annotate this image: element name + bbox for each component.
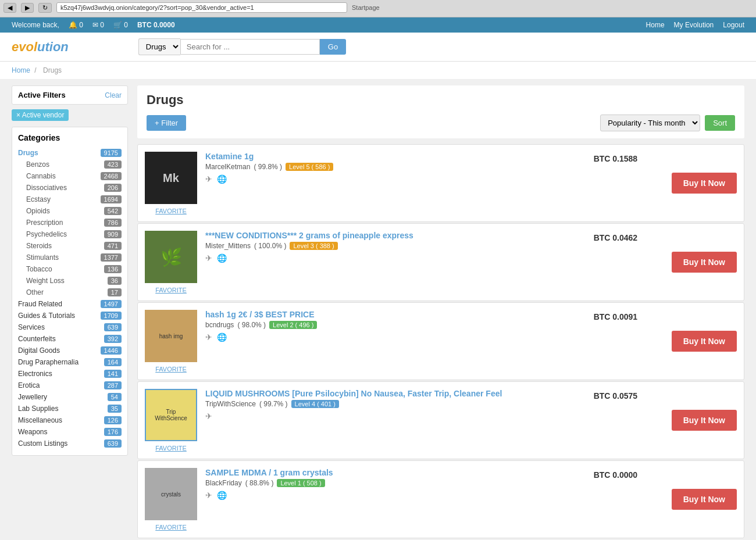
logo-part2: ution	[37, 40, 69, 54]
product-title[interactable]: ***NEW CONDITIONS*** 2 grams of pineappl…	[205, 231, 413, 240]
category-name: Prescription	[26, 219, 63, 227]
category-item[interactable]: Jewellery54	[18, 391, 122, 403]
clear-filters-button[interactable]: Clear	[105, 91, 122, 99]
product-title[interactable]: Ketamine 1g	[205, 152, 254, 161]
globe-icon: 🌐	[217, 332, 227, 342]
category-name: Jewellery	[18, 393, 47, 401]
product-info: ***NEW CONDITIONS*** 2 grams of pineappl…	[205, 231, 586, 263]
category-item[interactable]: Fraud Related1497	[18, 298, 122, 310]
category-item[interactable]: Tobacco136	[18, 263, 122, 275]
my-evolution-link[interactable]: My Evolution	[674, 21, 714, 29]
category-item[interactable]: Prescription786	[18, 217, 122, 228]
category-item[interactable]: Miscellaneous126	[18, 414, 122, 426]
search-button[interactable]: Go	[320, 39, 346, 55]
category-item[interactable]: Cannabis2468	[18, 170, 122, 182]
category-item[interactable]: Guides & Tutorials1709	[18, 310, 122, 321]
table-row: crystals FAVORITE SAMPLE MDMA / 1 gram c…	[137, 460, 744, 538]
product-title[interactable]: SAMPLE MDMA / 1 gram crystals	[205, 468, 333, 477]
category-item[interactable]: Ecstasy1694	[18, 194, 122, 205]
category-name: Weapons	[18, 428, 47, 436]
category-name: Benzos	[26, 160, 49, 169]
category-item[interactable]: Other17	[18, 287, 122, 298]
category-item[interactable]: Counterfeits392	[18, 333, 122, 345]
category-count: 141	[104, 370, 122, 378]
category-item[interactable]: Weapons176	[18, 426, 122, 438]
product-title[interactable]: LIQUID MUSHROOMS [Pure Psilocybin] No Na…	[205, 389, 502, 398]
product-title[interactable]: hash 1g 2€ / 3$ BEST PRICE	[205, 310, 315, 319]
category-name: Ecstasy	[26, 195, 51, 203]
ship-icon: ✈	[205, 174, 212, 184]
category-item[interactable]: Erotica287	[18, 380, 122, 391]
product-price: BTC 0.0000	[594, 468, 664, 480]
logout-link[interactable]: Logout	[723, 21, 744, 29]
category-item[interactable]: Weight Loss36	[18, 275, 122, 287]
category-count: 392	[104, 335, 122, 343]
vendor-line: Mister_Mittens ( 100.0% ) Level 3 ( 388 …	[205, 242, 586, 250]
active-filters-label: Active Filters	[18, 91, 66, 99]
category-count: 1694	[101, 195, 122, 203]
buy-button[interactable]: Buy It Now	[672, 489, 737, 510]
category-item[interactable]: Services639	[18, 321, 122, 333]
category-item[interactable]: Digital Goods1446	[18, 345, 122, 356]
category-item[interactable]: Drugs9175	[18, 147, 122, 159]
favorite-link[interactable]: FAVORITE	[155, 208, 187, 214]
breadcrumb-separator: /	[34, 66, 36, 74]
category-item[interactable]: Custom Listings639	[18, 438, 122, 449]
category-count: 1497	[101, 300, 122, 308]
favorite-link[interactable]: FAVORITE	[155, 524, 187, 531]
search-input[interactable]	[180, 39, 320, 55]
product-info: LIQUID MUSHROOMS [Pure Psilocybin] No Na…	[205, 389, 586, 421]
category-count: 1377	[101, 253, 122, 262]
category-item[interactable]: Steroids471	[18, 240, 122, 252]
product-image: 🌿	[145, 231, 197, 283]
buy-button[interactable]: Buy It Now	[672, 252, 737, 273]
content-header: Drugs Filter Popularity - This month Pop…	[137, 85, 744, 138]
product-icons: ✈🌐	[205, 174, 586, 184]
vendor-rating: ( 99.7% )	[259, 400, 288, 408]
breadcrumb-home[interactable]: Home	[12, 66, 30, 74]
category-count: 206	[104, 184, 122, 192]
category-name: Digital Goods	[18, 346, 60, 355]
favorite-link[interactable]: FAVORITE	[155, 445, 187, 452]
refresh-btn[interactable]: ↻	[38, 3, 52, 13]
vendor-name: Mister_Mittens	[205, 242, 251, 250]
buy-button[interactable]: Buy It Now	[672, 410, 737, 431]
globe-icon: 🌐	[217, 491, 227, 500]
active-vendor-filter[interactable]: Active vendor	[12, 109, 69, 121]
category-item[interactable]: Electronics141	[18, 368, 122, 380]
vendor-line: TripWithScience ( 99.7% ) Level 4 ( 401 …	[205, 400, 586, 408]
product-price: BTC 0.0091	[594, 310, 664, 321]
vendor-line: bcndrugs ( 98.0% ) Level 2 ( 496 )	[205, 321, 586, 329]
sort-button[interactable]: Sort	[705, 115, 735, 131]
filter-button[interactable]: Filter	[147, 115, 186, 131]
category-count: 287	[104, 381, 122, 389]
category-item[interactable]: Psychedelics909	[18, 228, 122, 240]
category-item[interactable]: Lab Supplies35	[18, 403, 122, 414]
favorite-link[interactable]: FAVORITE	[155, 287, 187, 294]
vendor-name: MarcelKetman	[205, 163, 250, 171]
category-count: 1446	[101, 346, 122, 355]
home-link[interactable]: Home	[646, 21, 665, 29]
favorite-link[interactable]: FAVORITE	[155, 366, 187, 373]
category-item[interactable]: Drug Paraphernalia164	[18, 356, 122, 368]
address-bar[interactable]: k5zq47j6wd3wdvjq.onion/category/2?sort=p…	[56, 2, 347, 13]
buy-button[interactable]: Buy It Now	[672, 173, 737, 194]
top-nav-right: Home My Evolution Logout	[646, 21, 744, 29]
sort-select[interactable]: Popularity - This month Popularity - All…	[600, 115, 700, 131]
forward-btn[interactable]: ▶	[21, 3, 34, 13]
category-item[interactable]: Opioids542	[18, 205, 122, 217]
category-item[interactable]: Benzos423	[18, 159, 122, 170]
category-count: 126	[104, 416, 122, 424]
buy-button[interactable]: Buy It Now	[672, 331, 737, 352]
product-image: Mk	[145, 152, 197, 204]
category-item[interactable]: Stimulants1377	[18, 252, 122, 263]
category-count: 54	[108, 393, 122, 401]
category-item[interactable]: Dissociatives206	[18, 182, 122, 194]
product-info: Ketamine 1g MarcelKetman ( 99.8% ) Level…	[205, 152, 586, 184]
category-name: Lab Supplies	[18, 405, 58, 413]
btc-balance: BTC 0.0000	[137, 21, 175, 29]
search-category-select[interactable]: Drugs	[138, 38, 180, 55]
back-btn[interactable]: ◀	[3, 3, 16, 13]
category-name: Steroids	[26, 242, 52, 250]
category-name: Guides & Tutorials	[18, 312, 75, 320]
